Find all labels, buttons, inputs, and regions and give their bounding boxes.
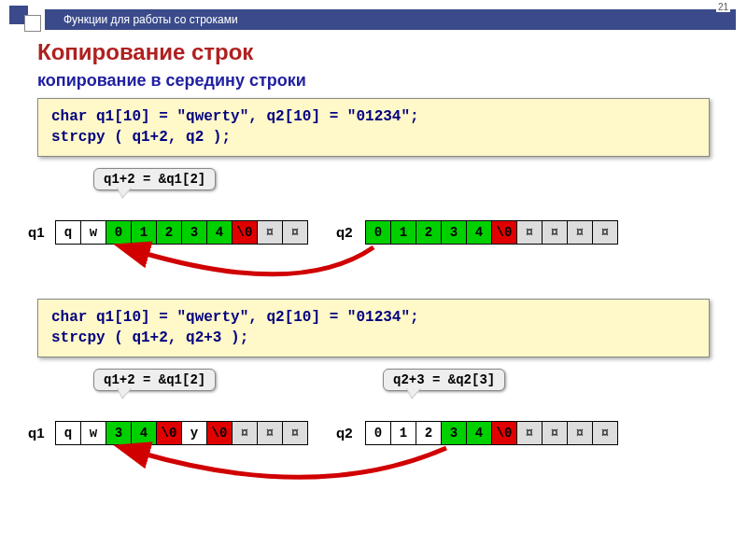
array-cell: ¤ (542, 421, 568, 445)
header-banner: Функции для работы со строками 21 (45, 9, 736, 30)
array-cell: 3 (181, 220, 207, 245)
array-cell: \0 (232, 220, 258, 245)
array-cell: ¤ (257, 220, 283, 245)
array-label-q1: q1 (28, 224, 45, 240)
array-cell: ¤ (282, 421, 308, 445)
callout-q1plus2-a: q1+2 = &q1[2] (93, 168, 216, 190)
array-cell: 4 (466, 421, 492, 445)
code-line: char q1[10] = "qwerty", q2[10] = "01234"… (51, 307, 696, 328)
array-cell: ¤ (516, 421, 543, 445)
array-cell: \0 (156, 421, 182, 445)
array-q1-row2: qw34\0y\0¤¤¤ (56, 421, 308, 445)
code-block-1: char q1[10] = "qwerty", q2[10] = "01234"… (37, 98, 710, 157)
array-cell: \0 (206, 421, 233, 445)
array-cell: 2 (416, 220, 442, 245)
code-block-2: char q1[10] = "qwerty", q2[10] = "01234"… (37, 299, 710, 357)
array-cell: 3 (106, 421, 132, 445)
callout-q2plus3: q2+3 = &q2[3] (383, 369, 505, 391)
array-cell: 0 (365, 421, 391, 445)
array-cell: 1 (390, 220, 416, 245)
array-label-q2: q2 (336, 224, 353, 240)
array-cell: 4 (466, 220, 492, 245)
array-label-q2-b: q2 (336, 425, 353, 441)
array-cell: 4 (206, 220, 233, 245)
page-title: Копирование строк (37, 39, 710, 65)
array-cell: 0 (365, 220, 391, 245)
array-cell: ¤ (567, 220, 593, 245)
array-cell: ¤ (516, 220, 543, 245)
array-label-q1-b: q1 (28, 425, 45, 441)
array-q2-row2: 01234\0¤¤¤¤ (366, 421, 618, 445)
array-cell: \0 (491, 220, 517, 245)
callout-q1plus2-b: q1+2 = &q1[2] (93, 369, 216, 391)
array-cell: ¤ (257, 421, 283, 445)
deco-square-light (24, 15, 41, 32)
array-q2-row1: 01234\0¤¤¤¤ (366, 220, 618, 245)
array-q1-row1: qw01234\0¤¤ (56, 220, 308, 245)
code-line: char q1[10] = "qwerty", q2[10] = "01234"… (51, 106, 696, 127)
code-line: strcpy ( q1+2, q2+3 ); (51, 328, 696, 348)
array-cell: w (80, 220, 106, 245)
array-cell: 0 (106, 220, 132, 245)
array-cell: 1 (390, 421, 416, 445)
array-cell: ¤ (232, 421, 258, 445)
array-cell: ¤ (592, 421, 618, 445)
array-cell: 3 (441, 421, 467, 445)
array-cell: ¤ (282, 220, 308, 245)
array-cell: q (55, 220, 81, 245)
array-cell: w (80, 421, 106, 445)
array-cell: ¤ (592, 220, 618, 245)
code-line: strcpy ( q1+2, q2 ); (51, 127, 696, 147)
array-cell: ¤ (542, 220, 568, 245)
array-cell: q (55, 421, 81, 445)
header-title: Функции для работы со строками (63, 13, 238, 26)
array-cell: 3 (441, 220, 467, 245)
array-cell: ¤ (567, 421, 593, 445)
array-cell: 2 (416, 421, 442, 445)
array-cell: y (181, 421, 207, 445)
page-number: 21 (716, 2, 730, 12)
array-cell: 4 (131, 421, 157, 445)
array-cell: 1 (131, 220, 157, 245)
array-cell: 2 (156, 220, 182, 245)
array-cell: \0 (491, 421, 517, 445)
page-subtitle: копирование в середину строки (37, 71, 710, 91)
